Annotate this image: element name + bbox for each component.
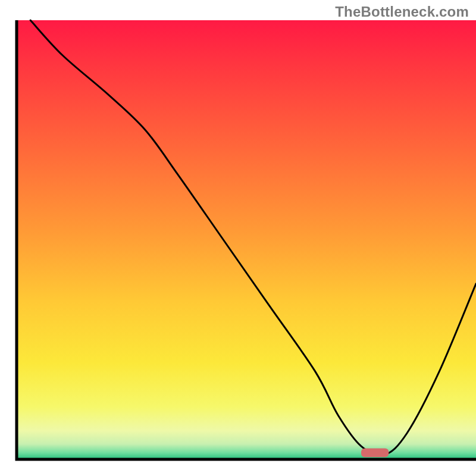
plot-background <box>17 20 476 459</box>
bottleneck-chart: TheBottleneck.com <box>0 0 476 476</box>
chart-svg <box>0 0 476 476</box>
optimum-marker <box>361 449 389 458</box>
watermark-text: TheBottleneck.com <box>335 4 469 20</box>
